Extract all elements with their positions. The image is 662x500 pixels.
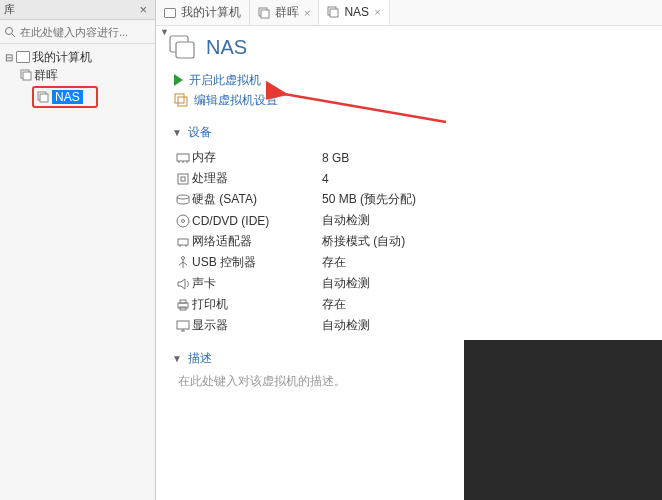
tab-label: 我的计算机 (181, 4, 241, 21)
svg-rect-33 (177, 321, 189, 329)
tab-bar: 我的计算机 群晖 × NAS × (156, 0, 662, 26)
svg-point-21 (177, 215, 189, 227)
device-value: 桥接模式 (自动) (322, 233, 405, 250)
svg-point-22 (182, 219, 185, 222)
svg-rect-7 (261, 10, 269, 18)
device-row[interactable]: 声卡自动检测 (174, 273, 648, 294)
tab-vm-1[interactable]: NAS × (319, 0, 389, 25)
power-on-button[interactable]: 开启此虚拟机 (174, 70, 648, 90)
library-header: 库 × (0, 0, 155, 20)
device-label: 硬盘 (SATA) (192, 191, 322, 208)
chevron-down-icon: ▼ (172, 353, 182, 364)
tree-item-highlighted: NAS (32, 86, 98, 108)
svg-rect-13 (178, 97, 187, 106)
cpu-icon (174, 171, 192, 187)
svg-line-28 (179, 262, 183, 265)
device-row[interactable]: 处理器4 (174, 168, 648, 189)
library-panel: 库 × ▼ ⊟ 我的计算机 群晖 NAS (0, 0, 156, 500)
play-icon (174, 74, 183, 86)
device-row[interactable]: USB 控制器存在 (174, 252, 648, 273)
device-value: 存在 (322, 296, 346, 313)
close-tab-icon[interactable]: × (304, 7, 310, 19)
tab-label: 群晖 (275, 4, 299, 21)
search-input[interactable] (20, 26, 158, 38)
library-search[interactable]: ▼ (0, 20, 155, 44)
vm-icon (20, 69, 32, 81)
device-label: USB 控制器 (192, 254, 322, 271)
net-icon (174, 234, 192, 250)
vm-icon (37, 91, 49, 103)
device-row[interactable]: 网络适配器桥接模式 (自动) (174, 231, 648, 252)
svg-rect-14 (177, 154, 189, 161)
devices-list: 内存8 GB处理器4硬盘 (SATA)50 MB (预先分配)CD/DVD (I… (174, 147, 648, 336)
close-tab-icon[interactable]: × (374, 6, 380, 18)
disp-icon (174, 318, 192, 334)
host-icon (16, 51, 30, 63)
prn-icon (174, 297, 192, 313)
tab-home[interactable]: 我的计算机 (156, 0, 250, 25)
devices-header[interactable]: ▼ 设备 (172, 124, 648, 141)
device-value: 50 MB (预先分配) (322, 191, 416, 208)
description-title: 描述 (188, 350, 212, 367)
tree-item-label: 群晖 (34, 67, 58, 84)
device-label: 网络适配器 (192, 233, 322, 250)
tree-item-0[interactable]: 群晖 (2, 66, 153, 84)
devices-section: ▼ 设备 内存8 GB处理器4硬盘 (SATA)50 MB (预先分配)CD/D… (168, 124, 648, 336)
device-row[interactable]: 硬盘 (SATA)50 MB (预先分配) (174, 189, 648, 210)
device-label: 打印机 (192, 296, 322, 313)
edit-settings-button[interactable]: 编辑虚拟机设置 (174, 90, 648, 110)
search-icon (4, 26, 16, 38)
device-value: 4 (322, 172, 329, 186)
tree-item-selected[interactable]: NAS (52, 90, 83, 104)
device-row[interactable]: CD/DVD (IDE)自动检测 (174, 210, 648, 231)
close-icon[interactable]: × (135, 2, 151, 17)
device-label: 声卡 (192, 275, 322, 292)
svg-rect-9 (330, 9, 338, 17)
collapse-icon[interactable]: ⊟ (4, 52, 14, 63)
svg-rect-11 (176, 42, 194, 58)
svg-line-29 (183, 262, 187, 265)
device-row[interactable]: 打印机存在 (174, 294, 648, 315)
svg-rect-19 (181, 177, 185, 181)
power-on-label: 开启此虚拟机 (189, 72, 261, 89)
device-row[interactable]: 显示器自动检测 (174, 315, 648, 336)
svg-rect-23 (178, 239, 188, 245)
device-value: 自动检测 (322, 317, 370, 334)
tree-root-label: 我的计算机 (32, 49, 92, 66)
device-value: 自动检测 (322, 275, 370, 292)
preview-pane (464, 340, 662, 500)
mem-icon (174, 150, 192, 166)
tab-vm-0[interactable]: 群晖 × (250, 0, 319, 25)
device-label: 处理器 (192, 170, 322, 187)
vm-actions: 开启此虚拟机 编辑虚拟机设置 (174, 70, 648, 110)
cd-icon (174, 213, 192, 229)
library-title: 库 (4, 2, 15, 17)
vm-stack-icon (168, 34, 196, 60)
svg-rect-18 (178, 174, 188, 184)
vm-title-row: NAS (168, 34, 648, 60)
disk-icon (174, 192, 192, 208)
tab-label: NAS (344, 5, 369, 19)
device-value: 存在 (322, 254, 346, 271)
device-label: 内存 (192, 149, 322, 166)
devices-title: 设备 (188, 124, 212, 141)
svg-point-20 (177, 195, 189, 199)
edit-settings-label: 编辑虚拟机设置 (194, 92, 278, 109)
svg-rect-12 (175, 94, 184, 103)
chevron-down-icon: ▼ (172, 127, 182, 138)
host-icon (164, 8, 176, 18)
tree-root[interactable]: ⊟ 我的计算机 (2, 48, 153, 66)
usb-icon (174, 255, 192, 271)
device-value: 自动检测 (322, 212, 370, 229)
device-label: 显示器 (192, 317, 322, 334)
vm-name: NAS (206, 36, 247, 59)
device-row[interactable]: 内存8 GB (174, 147, 648, 168)
edit-icon (174, 93, 188, 107)
library-tree: ⊟ 我的计算机 群晖 NAS (0, 44, 155, 112)
svg-rect-3 (23, 72, 31, 80)
device-label: CD/DVD (IDE) (192, 214, 322, 228)
device-value: 8 GB (322, 151, 349, 165)
stack-icon (258, 7, 270, 19)
svg-point-0 (6, 27, 13, 34)
svg-rect-31 (180, 300, 186, 303)
